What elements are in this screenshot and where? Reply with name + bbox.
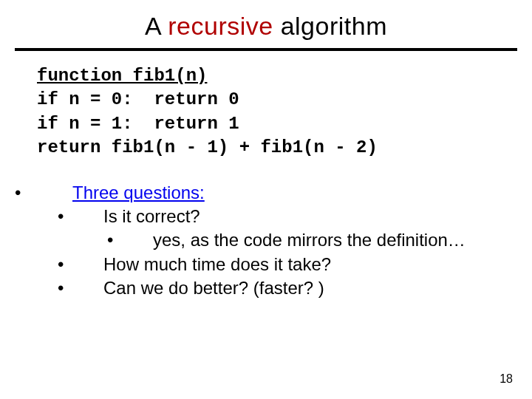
title-post: algorithm bbox=[273, 12, 387, 40]
bullet-icon: • bbox=[58, 205, 72, 228]
q1-row: • Is it correct? bbox=[15, 205, 517, 228]
bullet-icon: • bbox=[58, 276, 72, 300]
page-number: 18 bbox=[499, 372, 513, 386]
code-block: function fib1(n) if n = 0: return 0 if n… bbox=[37, 64, 517, 160]
title-pre: A bbox=[145, 12, 168, 40]
q1a-row: • yes, as the code mirrors the definitio… bbox=[15, 228, 517, 252]
bullet-icon: • bbox=[58, 253, 72, 276]
slide: A recursive algorithm function fib1(n) i… bbox=[0, 0, 532, 399]
q2-text: How much time does it take? bbox=[103, 253, 331, 276]
title-emph: recursive bbox=[168, 12, 273, 40]
code-signature: function fib1(n) bbox=[37, 66, 207, 86]
body: • Three questions: • Is it correct? • ye… bbox=[15, 181, 517, 301]
q1-text: Is it correct? bbox=[103, 205, 200, 228]
code-line-1: if n = 0: return 0 bbox=[37, 89, 239, 109]
q1a-text: yes, as the code mirrors the definition… bbox=[153, 228, 466, 252]
q3-row: • Can we do better? (faster? ) bbox=[15, 276, 517, 300]
title-rule bbox=[15, 48, 517, 51]
lead-row: • Three questions: bbox=[15, 181, 517, 205]
q3-text: Can we do better? (faster? ) bbox=[103, 276, 324, 300]
slide-title: A recursive algorithm bbox=[15, 12, 517, 41]
q2-row: • How much time does it take? bbox=[15, 253, 517, 276]
bullet-icon: • bbox=[15, 181, 30, 205]
bullet-icon: • bbox=[107, 228, 122, 252]
code-line-3: return fib1(n - 1) + fib1(n - 2) bbox=[37, 137, 378, 157]
lead-text: Three questions: bbox=[72, 183, 205, 202]
code-line-2: if n = 1: return 1 bbox=[37, 114, 239, 134]
